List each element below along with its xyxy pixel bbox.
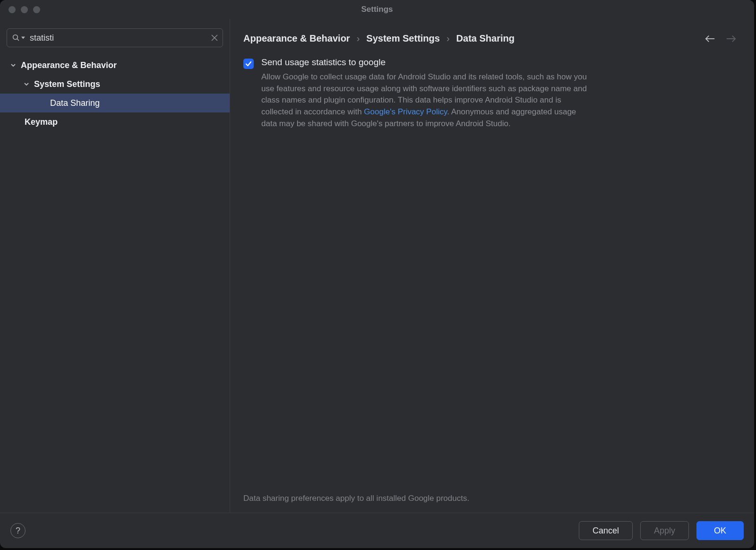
breadcrumb-segment: Data Sharing [456, 33, 515, 44]
content-body: Send usage statistics to google Allow Go… [230, 52, 754, 494]
window-title: Settings [0, 5, 754, 14]
cancel-button[interactable]: Cancel [579, 521, 633, 540]
check-icon [245, 60, 252, 67]
titlebar: Settings [0, 0, 754, 19]
tree-item-label: Appearance & Behavior [21, 60, 117, 70]
tree-item-system-settings[interactable]: System Settings [0, 75, 230, 94]
zoom-window-icon[interactable] [33, 6, 40, 13]
option-description: Allow Google to collect usage data for A… [261, 71, 592, 129]
ok-button[interactable]: OK [696, 521, 744, 540]
breadcrumb-segment[interactable]: System Settings [366, 33, 440, 44]
search-box[interactable] [7, 28, 223, 47]
sidebar: Appearance & Behavior System Settings Da… [0, 19, 230, 513]
minimize-window-icon[interactable] [21, 6, 28, 13]
tree-item-appearance[interactable]: Appearance & Behavior [0, 56, 230, 75]
forward-icon [726, 34, 736, 43]
tree-item-label: System Settings [34, 79, 100, 89]
svg-point-0 [13, 35, 18, 40]
svg-line-1 [17, 39, 19, 41]
tree-item-keymap[interactable]: Keymap [0, 112, 230, 131]
chevron-down-icon [10, 62, 21, 68]
send-usage-stats-checkbox[interactable] [243, 59, 254, 69]
settings-tree: Appearance & Behavior System Settings Da… [0, 54, 230, 513]
search-input[interactable] [30, 33, 206, 43]
content-header: Appearance & Behavior › System Settings … [230, 19, 754, 52]
option-title: Send usage statistics to google [261, 57, 592, 68]
send-usage-stats-option: Send usage statistics to google Allow Go… [243, 57, 741, 129]
tree-item-label: Data Sharing [50, 98, 100, 108]
breadcrumb-segment[interactable]: Appearance & Behavior [243, 33, 350, 44]
tree-item-label: Keymap [25, 117, 58, 127]
tree-item-data-sharing[interactable]: Data Sharing [0, 94, 230, 112]
chevron-right-icon: › [357, 33, 360, 44]
footer-note: Data sharing preferences apply to all in… [230, 494, 754, 513]
nav-arrows [705, 34, 741, 43]
apply-button: Apply [640, 521, 689, 540]
close-window-icon[interactable] [9, 6, 16, 13]
body: Appearance & Behavior System Settings Da… [0, 19, 754, 513]
chevron-right-icon: › [447, 33, 450, 44]
settings-window: Settings [0, 0, 754, 548]
back-icon[interactable] [705, 34, 715, 43]
window-controls [0, 6, 40, 13]
help-button[interactable]: ? [10, 523, 26, 538]
chevron-down-icon [24, 81, 34, 87]
privacy-policy-link[interactable]: Google's Privacy Policy [364, 107, 447, 116]
breadcrumb: Appearance & Behavior › System Settings … [243, 33, 515, 44]
content-pane: Appearance & Behavior › System Settings … [230, 19, 754, 513]
search-icon [12, 34, 25, 42]
help-icon: ? [16, 526, 20, 536]
button-bar: ? Cancel Apply OK [0, 513, 754, 548]
clear-search-icon[interactable] [211, 34, 218, 41]
